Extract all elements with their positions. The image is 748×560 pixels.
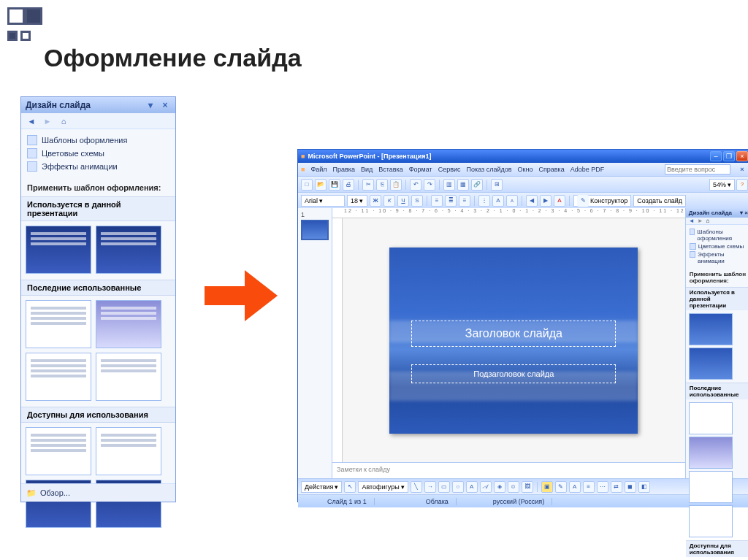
dropdown-icon[interactable]: ▾ xyxy=(145,99,156,111)
save-icon[interactable]: 💾 xyxy=(329,179,340,191)
italic-icon[interactable]: К xyxy=(383,195,395,207)
open-icon[interactable]: 📂 xyxy=(315,179,327,191)
table-icon[interactable]: ▦ xyxy=(457,179,469,191)
menu-format[interactable]: Формат xyxy=(409,166,432,173)
template-thumb[interactable] xyxy=(689,437,733,469)
slide-canvas[interactable]: Заголовок слайда Подзаголовок слайда xyxy=(343,218,685,462)
increase-font-icon[interactable]: A xyxy=(492,195,504,207)
help-icon[interactable]: ? xyxy=(736,179,748,191)
line-icon[interactable]: ╲ xyxy=(411,481,422,493)
template-thumb[interactable] xyxy=(689,402,733,434)
close-icon[interactable]: × xyxy=(159,99,171,111)
minimize-button[interactable]: – xyxy=(710,151,722,161)
bullets-icon[interactable]: ⋮ xyxy=(478,195,490,207)
browse-button[interactable]: 📁 Обзор... xyxy=(21,483,175,502)
home-icon[interactable]: ⌂ xyxy=(706,218,710,224)
arrow-style-icon[interactable]: ⇄ xyxy=(611,481,622,493)
actions-menu[interactable]: Действия ▾ xyxy=(301,481,342,493)
menu-adobe-pdf[interactable]: Adobe PDF xyxy=(570,166,605,173)
slide[interactable]: Заголовок слайда Подзаголовок слайда xyxy=(389,248,638,434)
cut-icon[interactable]: ✂ xyxy=(362,179,374,191)
font-select[interactable]: Arial▾ xyxy=(301,195,345,207)
font-color-icon[interactable]: A xyxy=(554,195,565,207)
template-thumb[interactable] xyxy=(689,471,733,503)
rectangle-icon[interactable]: ▭ xyxy=(438,481,450,493)
pp-link-animation[interactable]: Эффекты анимации xyxy=(690,250,747,265)
doc-close-icon[interactable]: × xyxy=(736,164,748,175)
font-color-icon[interactable]: A xyxy=(569,481,581,493)
line-style-icon[interactable]: ≡ xyxy=(583,481,595,493)
back-icon[interactable]: ◄ xyxy=(26,115,37,127)
grid-icon[interactable]: ⊞ xyxy=(491,179,503,191)
maximize-button[interactable]: ❐ xyxy=(723,151,735,161)
zoom-select[interactable]: 54%▾ xyxy=(709,179,735,191)
hyperlink-icon[interactable]: 🔗 xyxy=(471,179,483,191)
undo-icon[interactable]: ↶ xyxy=(410,179,421,191)
align-center-icon[interactable]: ≣ xyxy=(445,195,457,207)
paste-icon[interactable]: 📋 xyxy=(390,179,402,191)
chart-icon[interactable]: ▥ xyxy=(443,179,455,191)
select-icon[interactable]: ↖ xyxy=(344,481,356,493)
template-thumb[interactable] xyxy=(96,300,161,348)
template-thumb[interactable] xyxy=(26,427,91,475)
template-thumb[interactable] xyxy=(26,226,91,274)
template-thumb[interactable] xyxy=(96,427,161,475)
close-icon[interactable]: × xyxy=(744,210,748,216)
arrow-icon[interactable]: → xyxy=(424,481,436,493)
menu-insert[interactable]: Вставка xyxy=(378,166,402,173)
new-slide-button[interactable]: Создать слайд xyxy=(633,195,686,207)
menu-tools[interactable]: Сервис xyxy=(438,166,461,173)
align-left-icon[interactable]: ≡ xyxy=(431,195,443,207)
window-titlebar[interactable]: ■Microsoft PowerPoint - [Презентация1] –… xyxy=(298,150,748,163)
notes-pane[interactable]: Заметки к слайду xyxy=(332,462,685,478)
picture-icon[interactable]: 🖼 xyxy=(522,481,533,493)
link-color-schemes[interactable]: Цветовые схемы xyxy=(27,147,169,160)
back-icon[interactable]: ◄ xyxy=(689,218,695,224)
template-thumb[interactable] xyxy=(689,505,733,537)
template-thumb[interactable] xyxy=(26,300,91,348)
dropdown-icon[interactable]: ▾ xyxy=(740,210,743,216)
menu-view[interactable]: Вид xyxy=(361,166,373,173)
wordart-icon[interactable]: 𝒜 xyxy=(480,481,492,493)
shadow-icon[interactable]: S xyxy=(411,195,423,207)
template-thumb[interactable] xyxy=(689,313,733,345)
3d-style-icon[interactable]: ◧ xyxy=(638,481,650,493)
menu-edit[interactable]: Правка xyxy=(333,166,355,173)
fill-color-icon[interactable]: ▣ xyxy=(541,481,553,493)
template-thumb[interactable] xyxy=(26,353,91,401)
slide-title-placeholder[interactable]: Заголовок слайда xyxy=(411,321,616,347)
menu-window[interactable]: Окно xyxy=(518,166,533,173)
forward-icon[interactable]: ► xyxy=(698,218,703,224)
new-icon[interactable]: □ xyxy=(301,179,313,191)
demote-icon[interactable]: ▶ xyxy=(540,195,552,207)
line-color-icon[interactable]: ✎ xyxy=(555,481,567,493)
link-design-templates[interactable]: Шаблоны оформления xyxy=(27,134,169,147)
clipart-icon[interactable]: ☺ xyxy=(508,481,519,493)
decrease-font-icon[interactable]: A xyxy=(506,195,518,207)
template-thumb[interactable] xyxy=(689,348,733,380)
align-right-icon[interactable]: ≡ xyxy=(459,195,470,207)
autoshapes-menu[interactable]: Автофигуры ▾ xyxy=(358,481,408,493)
copy-icon[interactable]: ⎘ xyxy=(376,179,388,191)
slide-thumbnail[interactable] xyxy=(301,220,329,240)
close-button[interactable]: × xyxy=(736,151,748,161)
font-size-select[interactable]: 18▾ xyxy=(347,195,367,207)
textbox-icon[interactable]: A xyxy=(466,481,478,493)
slide-subtitle-placeholder[interactable]: Подзаголовок слайда xyxy=(411,364,616,383)
ask-question-input[interactable] xyxy=(665,164,730,174)
dash-style-icon[interactable]: ⋯ xyxy=(597,481,608,493)
link-animation[interactable]: Эффекты анимации xyxy=(27,160,169,173)
pp-link-templates[interactable]: Шаблоны оформления xyxy=(690,228,747,242)
template-thumb[interactable] xyxy=(96,226,161,274)
underline-icon[interactable]: Ч xyxy=(397,195,409,207)
promote-icon[interactable]: ◀ xyxy=(526,195,538,207)
template-thumb[interactable] xyxy=(96,353,161,401)
print-icon[interactable]: 🖨 xyxy=(343,179,354,191)
shadow-style-icon[interactable]: ◼ xyxy=(625,481,636,493)
designer-button[interactable]: ✎Конструктор xyxy=(573,195,631,207)
redo-icon[interactable]: ↷ xyxy=(424,179,435,191)
oval-icon[interactable]: ○ xyxy=(452,481,464,493)
menu-slideshow[interactable]: Показ слайдов xyxy=(467,166,512,173)
forward-icon[interactable]: ► xyxy=(42,115,53,127)
menu-file[interactable]: Файл xyxy=(310,166,327,173)
